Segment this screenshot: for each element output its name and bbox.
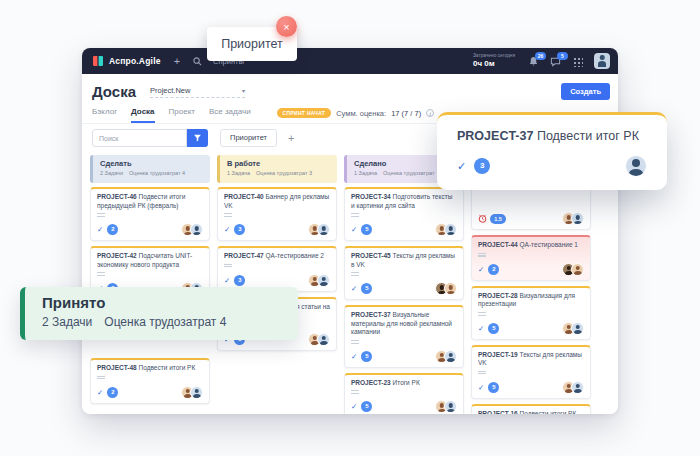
screenshot-stage: Аспро.Agile + Спринты Затрачено сегодня …	[0, 0, 700, 456]
sprint-bar: СПРИНТ НАЧАТ Сумм. оценка: 17 (7 / 7) i	[277, 108, 435, 122]
description-icon	[224, 213, 232, 218]
info-icon[interactable]: i	[426, 109, 434, 117]
task-card-project-48[interactable]: PROJECT-48 Подвести итоги РК✓2	[90, 358, 210, 404]
task-card-footer: ✓2	[478, 263, 584, 276]
app-name: Аспро.Agile	[109, 56, 161, 66]
column-todo: Сделать2 ЗадачиОценка трудозатрат 4PROJE…	[90, 155, 210, 414]
task-card[interactable]: 1.5	[471, 184, 591, 230]
estimate-badge: 3	[234, 224, 245, 235]
column-subtitle: 2 ЗадачиОценка трудозатрат 4	[100, 170, 203, 176]
assignee-avatars	[435, 400, 457, 413]
task-card-footer: ✓5	[351, 282, 457, 295]
avatar	[190, 386, 203, 399]
task-card-project-40[interactable]: PROJECT-40 Баннер для рекламы VK✓3	[217, 187, 337, 241]
search-input[interactable]	[92, 129, 187, 147]
task-card-footer: 1.5	[478, 212, 584, 225]
task-card-project-46[interactable]: PROJECT-46 Подвести итоги предыдущей РК …	[90, 187, 210, 241]
tab-all-tasks[interactable]: Все задачи	[209, 107, 251, 123]
avatar	[444, 223, 457, 236]
task-card-title: PROJECT-19 Тексты для рекламы VK	[478, 351, 584, 368]
description-icon	[97, 272, 105, 277]
task-card-title: PROJECT-48 Подвести итоги РК	[97, 364, 203, 373]
column-title: В работе	[227, 159, 330, 168]
task-popup-footer: ✓ 3	[457, 155, 647, 177]
notifications-button[interactable]: 26	[528, 56, 539, 67]
assignee-avatars	[181, 386, 203, 399]
task-card-title: PROJECT-16 Подвести итоги РК	[478, 410, 584, 415]
task-card-project-37[interactable]: PROJECT-37 Визуальные материалы для ново…	[344, 305, 464, 368]
funnel-icon	[193, 133, 202, 143]
task-card-footer: ✓5	[351, 223, 457, 236]
assignee-avatars	[562, 263, 584, 276]
ghost-task-count: 2 Задачи	[42, 315, 92, 329]
estimate-badge: 5	[488, 323, 499, 334]
ghost-title: Принято	[42, 294, 298, 311]
task-popup[interactable]: PROJECT-37 Подвести итог РК ✓ 3	[437, 112, 667, 190]
deadline-clock-icon	[478, 214, 487, 223]
task-card-title: PROJECT-23 Итоги РК	[351, 379, 457, 388]
column-header-in-progress[interactable]: В работе1 ЗадачаОценка трудозатрат 3	[217, 155, 337, 183]
task-card-project-16[interactable]: PROJECT-16 Подвести итоги РК	[471, 404, 591, 415]
close-tooltip-button[interactable]: ×	[276, 16, 297, 37]
sprint-status-badge: СПРИНТ НАЧАТ	[277, 108, 332, 118]
task-card-footer: ✓2	[97, 386, 203, 399]
avatar	[317, 333, 330, 346]
card-stack: 1.5PROJECT-44 QA-тестирование 1✓2PROJECT…	[471, 184, 591, 414]
create-button[interactable]: Создать	[561, 83, 610, 100]
task-card-project-44[interactable]: PROJECT-44 QA-тестирование 1✓2	[471, 235, 591, 281]
description-icon	[97, 213, 105, 218]
card-stack: PROJECT-34 Подготовить тексты и картинки…	[344, 187, 464, 414]
column-header-todo[interactable]: Сделать2 ЗадачиОценка трудозатрат 4	[90, 155, 210, 183]
done-check-icon: ✓	[224, 276, 230, 285]
summary-label: Сумм. оценка:	[336, 109, 386, 118]
board-select[interactable]: Project.New ▾	[150, 86, 245, 98]
avatar	[444, 400, 457, 413]
task-card-footer: ✓5	[351, 400, 457, 413]
messages-button[interactable]: 5	[550, 56, 561, 67]
filter-button[interactable]	[187, 129, 208, 147]
estimate-badge: 5	[488, 382, 499, 393]
avatar	[571, 381, 584, 394]
task-card-project-19[interactable]: PROJECT-19 Тексты для рекламы VK✓5	[471, 345, 591, 399]
task-card-title: PROJECT-45 Тексты для рекламы в VK	[351, 252, 457, 269]
time-tracker[interactable]: Затрачено сегодня 0ч 0м	[473, 54, 515, 68]
task-card-project-45[interactable]: PROJECT-45 Тексты для рекламы в VK✓5	[344, 246, 464, 300]
task-card-project-47[interactable]: PROJECT-47 QA-тестирование 2✓3	[217, 246, 337, 292]
chevron-down-icon: ▾	[242, 87, 245, 94]
task-card-project-34[interactable]: PROJECT-34 Подготовить тексты и картинки…	[344, 187, 464, 241]
task-card-project-23[interactable]: PROJECT-23 Итоги РК✓5	[344, 373, 464, 415]
topbar: Аспро.Agile + Спринты Затрачено сегодня …	[82, 48, 618, 74]
task-card-footer: ✓2	[97, 223, 203, 236]
estimate-badge: 5	[361, 401, 372, 412]
time-tracker-label: Затрачено сегодня	[473, 54, 515, 59]
done-check-icon: ✓	[478, 383, 484, 392]
description-icon	[97, 376, 105, 381]
tab-backlog[interactable]: Бэклог	[92, 107, 117, 123]
add-filter-button[interactable]: +	[288, 133, 294, 143]
assignee-avatars	[308, 223, 330, 236]
avatar	[444, 282, 457, 295]
apps-grid-icon[interactable]	[572, 56, 583, 67]
task-card-project-28[interactable]: PROJECT-28 Визуализация для презентации✓…	[471, 286, 591, 340]
column-accepted: Принято2 ЗадачиОценка трудозатрат 41.5PR…	[471, 155, 591, 414]
page-title: Доска	[92, 83, 136, 100]
tab-project[interactable]: Проект	[169, 107, 195, 123]
kanban-board: Сделать2 ЗадачиОценка трудозатрат 4PROJE…	[82, 153, 618, 414]
user-avatar[interactable]	[594, 53, 610, 69]
tab-board[interactable]: Доска	[131, 107, 154, 123]
priority-filter-chip[interactable]: Приоритет	[220, 129, 277, 147]
avatar	[190, 223, 203, 236]
estimate-badge: 5	[361, 283, 372, 294]
estimate-badge: 2	[488, 264, 499, 275]
assignee-avatars	[308, 274, 330, 287]
messages-count: 5	[557, 52, 568, 61]
avatar	[571, 212, 584, 225]
description-icon	[351, 390, 359, 395]
board-select-value: Project.New	[150, 86, 190, 95]
task-card-footer: ✓3	[224, 274, 330, 287]
estimate-badge: 2	[107, 224, 118, 235]
done-check-icon: ✓	[351, 352, 357, 361]
add-icon[interactable]: +	[174, 56, 180, 66]
search-icon[interactable]	[193, 57, 202, 66]
column-done: Сделано1 ЗадачаОценка трудозатратPROJECT…	[344, 155, 464, 414]
